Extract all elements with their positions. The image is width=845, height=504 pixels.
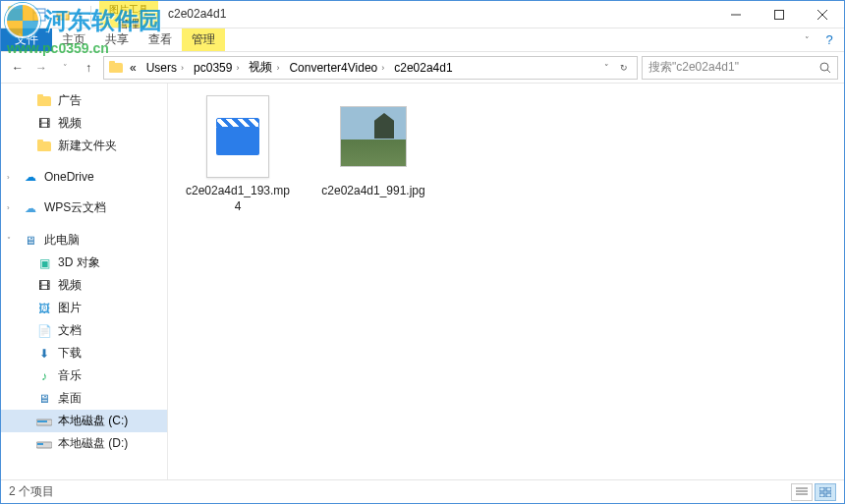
svg-rect-18: [819, 493, 824, 497]
onedrive-icon: ☁: [23, 170, 38, 184]
close-button[interactable]: [801, 1, 844, 28]
tab-manage[interactable]: 管理: [182, 28, 225, 51]
contextual-tab-picture-tools[interactable]: 图片工具 管理: [99, 1, 158, 28]
item-count: 2 个项目: [9, 483, 54, 500]
address-refresh-icon[interactable]: ↻: [615, 63, 633, 73]
search-placeholder: 搜索"c2e02a4d1": [648, 59, 739, 76]
search-icon[interactable]: [819, 62, 831, 74]
file-name: c2e02a4d1_193.mp4: [184, 184, 292, 214]
window-title: c2e02a4d1: [158, 1, 714, 28]
sidebar-item-pictures[interactable]: 🖼图片: [1, 297, 167, 319]
documents-icon: 📄: [36, 324, 52, 338]
sidebar-item-onedrive[interactable]: ›☁OneDrive: [1, 167, 167, 187]
svg-rect-16: [819, 487, 824, 491]
contextual-tab-category: 图片工具: [109, 3, 148, 17]
sidebar-item-music[interactable]: ♪音乐: [1, 364, 167, 387]
sidebar-item-local-disk-c[interactable]: 本地磁盘 (C:): [1, 410, 167, 432]
svg-line-8: [827, 70, 830, 73]
ribbon-collapse-icon[interactable]: ˅: [799, 35, 815, 45]
drive-icon: [36, 415, 52, 428]
music-icon: ♪: [36, 369, 52, 383]
video-file-icon: [216, 118, 259, 155]
sidebar-item-local-disk-d[interactable]: 本地磁盘 (D:): [1, 432, 167, 455]
search-box[interactable]: 搜索"c2e02a4d1": [642, 56, 838, 80]
tab-share[interactable]: 共享: [95, 28, 139, 51]
address-bar[interactable]: « Users› pc0359› 视频› Converter4Video› c2…: [103, 56, 638, 80]
view-details-button[interactable]: [791, 483, 813, 501]
breadcrumb-prefix[interactable]: «: [126, 61, 141, 75]
ribbon-tabs: 文件 主页 共享 查看 管理 ˅ ?: [1, 28, 844, 52]
svg-rect-2: [57, 12, 69, 20]
pictures-icon: 🖼: [36, 302, 52, 315]
maximize-button[interactable]: [758, 1, 801, 28]
drive-icon: [36, 437, 52, 451]
file-list[interactable]: c2e02a4d1_193.mp4 c2e02a4d1_991.jpg: [168, 84, 844, 479]
desktop-icon: 🖥: [36, 392, 52, 406]
this-pc-icon: 🖥: [23, 234, 38, 248]
folder-app-icon: [7, 6, 25, 24]
sidebar-item-videos-quick[interactable]: 🎞视频: [1, 112, 167, 135]
sidebar-item-desktop[interactable]: 🖥桌面: [1, 387, 167, 410]
quick-access-toolbar: ▾: [1, 1, 99, 28]
video-icon: 🎞: [36, 117, 52, 131]
file-item-image[interactable]: c2e02a4d1_991.jpg: [319, 93, 427, 199]
sidebar-item-this-pc[interactable]: ˅🖥此电脑: [1, 229, 167, 252]
breadcrumb-seg-4[interactable]: c2e02a4d1: [390, 61, 456, 75]
svg-rect-19: [826, 493, 831, 497]
file-thumbnail: [204, 93, 271, 180]
file-item-video[interactable]: c2e02a4d1_193.mp4: [184, 93, 292, 214]
address-folder-icon: [108, 61, 124, 75]
address-dropdown-icon[interactable]: ˅: [597, 63, 615, 73]
sidebar-item-wps[interactable]: ›☁WPS云文档: [1, 196, 167, 219]
svg-rect-17: [826, 487, 831, 491]
nav-forward-button[interactable]: →: [30, 57, 52, 79]
qat-dropdown-icon[interactable]: ▾: [78, 10, 83, 20]
status-bar: 2 个项目: [1, 479, 844, 503]
svg-rect-0: [33, 9, 45, 21]
tab-file[interactable]: 文件: [1, 28, 52, 51]
window-controls: [714, 1, 844, 28]
qat-properties-icon[interactable]: [30, 6, 48, 24]
file-thumbnail: [340, 93, 407, 180]
title-bar: ▾ 图片工具 管理 c2e02a4d1: [1, 1, 844, 28]
breadcrumb-seg-0[interactable]: Users›: [142, 61, 188, 75]
sidebar-item-new-folder[interactable]: 新建文件夹: [1, 135, 167, 157]
nav-recent-dropdown[interactable]: ˅: [54, 57, 76, 79]
downloads-icon: ⬇: [36, 347, 52, 361]
body: 广告 🎞视频 新建文件夹 ›☁OneDrive ›☁WPS云文档 ˅🖥此电脑 ▣…: [1, 84, 844, 479]
sidebar-item-videos[interactable]: 🎞视频: [1, 274, 167, 297]
collapse-icon[interactable]: ˅: [7, 236, 17, 245]
breadcrumb-seg-2[interactable]: 视频›: [245, 59, 283, 76]
breadcrumb-seg-3[interactable]: Converter4Video›: [285, 61, 388, 75]
tab-home[interactable]: 主页: [52, 28, 95, 51]
svg-rect-10: [37, 420, 47, 422]
image-preview-icon: [340, 106, 407, 167]
nav-back-button[interactable]: ←: [7, 57, 28, 79]
navigation-pane[interactable]: 广告 🎞视频 新建文件夹 ›☁OneDrive ›☁WPS云文档 ˅🖥此电脑 ▣…: [1, 84, 168, 479]
file-name: c2e02a4d1_991.jpg: [321, 184, 424, 199]
breadcrumb-seg-1[interactable]: pc0359›: [190, 61, 243, 75]
wps-icon: ☁: [23, 201, 38, 215]
minimize-button[interactable]: [714, 1, 758, 28]
sidebar-item-3d-objects[interactable]: ▣3D 对象: [1, 252, 167, 274]
view-large-icons-button[interactable]: [815, 483, 836, 501]
svg-rect-12: [37, 443, 43, 445]
expand-icon[interactable]: ›: [7, 173, 17, 182]
video-icon: 🎞: [36, 279, 52, 293]
3d-icon: ▣: [36, 256, 52, 270]
tab-view[interactable]: 查看: [139, 28, 182, 51]
qat-new-folder-icon[interactable]: [54, 6, 72, 24]
nav-up-button[interactable]: ↑: [78, 57, 99, 79]
sidebar-item-documents[interactable]: 📄文档: [1, 319, 167, 342]
sidebar-item-ads[interactable]: 广告: [1, 89, 167, 112]
svg-point-7: [820, 63, 828, 71]
sidebar-item-downloads[interactable]: ⬇下载: [1, 342, 167, 364]
nav-bar: ← → ˅ ↑ « Users› pc0359› 视频› Converter4V…: [1, 52, 844, 84]
svg-rect-4: [775, 10, 784, 19]
help-icon[interactable]: ?: [815, 32, 844, 47]
